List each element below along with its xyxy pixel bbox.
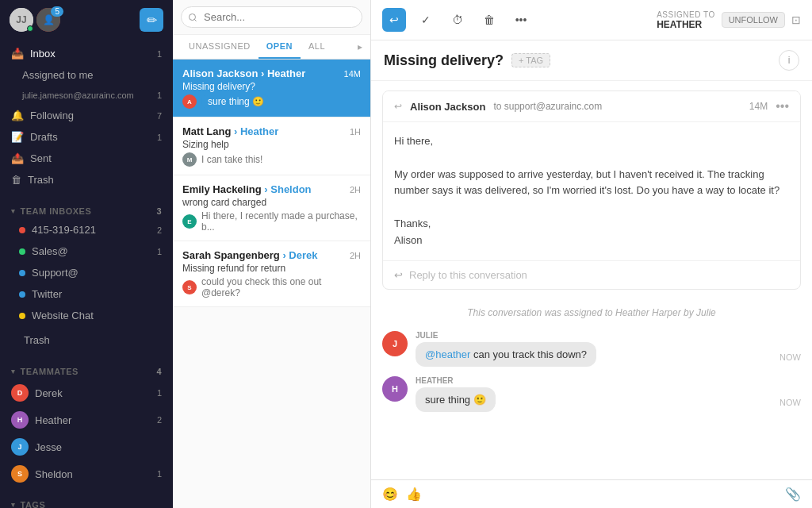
tab-unassigned[interactable]: UNASSIGNED (181, 35, 259, 59)
sidebar-item-teammate-jesse[interactable]: J Jesse (0, 433, 173, 460)
chat-message-1: H HEATHER sure thing 🙂 NOW (371, 371, 812, 417)
main-header: ↩ ✓ ⏱ 🗑 ••• ASSIGNED TO HEATHER UNFOLLOW… (371, 0, 812, 40)
conv-from-2: Emily Hackeling › Sheldon (182, 183, 312, 195)
compose-button[interactable]: ✏ (140, 8, 163, 32)
sidebar-header: JJ 👤 5 ✏ (0, 0, 173, 40)
teammate-avatar-Derek: D (11, 384, 29, 402)
trash-icon: 🗑 (11, 174, 21, 186)
conv-preview-0: A sure thing 🙂 (182, 94, 361, 109)
search-input[interactable] (181, 6, 362, 28)
teammates-title[interactable]: ▾ TEAMMATES 4 (0, 360, 173, 379)
emoji-button[interactable]: 😊 (382, 487, 398, 502)
msg-avatar-1: H (382, 376, 408, 402)
more-header-button[interactable]: ••• (509, 8, 533, 32)
tab-arrow[interactable]: ▸ (358, 41, 362, 52)
conv-item-1[interactable]: Matt Lang › Heather 1H Sizing help M I c… (173, 117, 370, 175)
msg-time-0: NOW (779, 352, 801, 367)
team-trash-section: Trash (0, 326, 173, 354)
msg-content-1: HEATHER sure thing 🙂 (416, 376, 772, 412)
sidebar-item-team-twitter[interactable]: Twitter (0, 283, 173, 305)
conv-item-0[interactable]: Alison Jackson › Heather 14M Missing del… (173, 60, 370, 117)
assigned-to: ASSIGNED TO HEATHER UNFOLLOW ⊡ (657, 10, 801, 30)
conv-preview-text-1: I can take this! (201, 154, 262, 165)
conv-preview-3: S could you check this one out @derek? (182, 276, 361, 298)
info-icon[interactable]: i (779, 50, 799, 71)
teammate-avatar-Heather: H (11, 411, 29, 429)
conv-subject-3: Missing refund for return (182, 263, 361, 274)
user-avatar-wrapper: JJ (10, 8, 33, 32)
sidebar-item-team-support[interactable]: Support@ (0, 262, 173, 283)
back-button[interactable]: ↩ (382, 8, 406, 32)
email-reply-bar[interactable]: ↩ Reply to this conversation (383, 260, 800, 289)
sidebar-item-assigned[interactable]: Assigned to me (0, 64, 173, 86)
messages-area: ↩ Alison Jackson to support@azurainc.com… (371, 81, 812, 479)
conv-from-0: Alison Jackson › Heather (182, 67, 305, 79)
header-actions: ↩ ✓ ⏱ 🗑 ••• (382, 8, 533, 32)
sidebar: JJ 👤 5 ✏ 📥 Inbox 1 Assigned to me julie.… (0, 0, 173, 508)
conv-item-2[interactable]: Emily Hackeling › Sheldon 2H wrong card … (173, 175, 370, 241)
drafts-icon: 📝 (11, 131, 24, 143)
reply-icon-small: ↩ (394, 101, 402, 112)
system-message: This conversation was assigned to Heathe… (371, 299, 812, 326)
teammate-avatar-Jesse: J (11, 438, 29, 456)
main-nav: 📥 Inbox 1 Assigned to me julie.jameson@a… (0, 40, 173, 194)
conv-item-3[interactable]: Sarah Spangenberg › Derek 2H Missing ref… (173, 241, 370, 307)
chat-messages: J JULIE @heather can you track this down… (371, 326, 812, 417)
avatar-group: JJ 👤 5 (10, 8, 60, 32)
team-dot-415-319-6121 (19, 227, 25, 233)
sidebar-item-email[interactable]: julie.jameson@azurainc.com 1 (0, 86, 173, 105)
sidebar-item-team-trash[interactable]: Trash (0, 329, 173, 351)
sidebar-item-following[interactable]: 🔔 Following 7 (0, 105, 173, 126)
add-tag-button[interactable]: + TAG (511, 53, 550, 67)
conv-preview-bubble-0: sure thing 🙂 (201, 94, 270, 109)
trash-header-button[interactable]: 🗑 (477, 8, 501, 32)
tags-title[interactable]: ▾ TAGS (0, 494, 173, 508)
conv-subject-0: Missing delivery? (182, 81, 361, 92)
main-panel: ↩ ✓ ⏱ 🗑 ••• ASSIGNED TO HEATHER UNFOLLOW… (371, 0, 812, 508)
chevron-icon-3: ▾ (11, 501, 16, 508)
sidebar-item-teammate-heather[interactable]: H Heather 2 (0, 406, 173, 433)
sidebar-item-team-4153196121[interactable]: 415-319-6121 2 (0, 219, 173, 241)
msg-time-1: NOW (779, 398, 801, 412)
conv-title: Missing delivery? (384, 52, 504, 69)
check-button[interactable]: ✓ (414, 8, 438, 32)
sidebar-item-team-websitechat[interactable]: Website Chat (0, 305, 173, 326)
conv-time-3: 2H (350, 251, 361, 260)
conv-preview-2: E Hi there, I recently made a purchase, … (182, 210, 361, 233)
mention: @heather (425, 348, 470, 360)
following-icon: 🔔 (11, 110, 24, 121)
conv-preview-text-3: could you check this one out @derek? (201, 276, 361, 298)
email-from: Alison Jackson (410, 101, 485, 113)
sidebar-item-team-sales[interactable]: Sales@ 1 (0, 241, 173, 262)
tab-open[interactable]: OPEN (259, 35, 301, 59)
attachment-button[interactable]: 📎 (785, 487, 801, 502)
conv-time-1: 1H (350, 127, 361, 137)
conv-time-0: 14M (344, 69, 361, 79)
expand-button[interactable]: ⊡ (791, 13, 801, 26)
msg-sender-0: JULIE (416, 331, 772, 340)
conv-subject-2: wrong card charged (182, 197, 361, 208)
team-inboxes-title[interactable]: ▾ TEAM INBOXES 3 (0, 200, 173, 219)
status-dot (27, 25, 33, 32)
clock-button[interactable]: ⏱ (446, 8, 469, 32)
sent-icon: 📤 (11, 152, 24, 164)
chevron-icon-2: ▾ (11, 368, 16, 375)
chevron-icon: ▾ (11, 207, 16, 215)
email-more-button[interactable]: ••• (776, 99, 789, 114)
tabs: UNASSIGNED OPEN ALL ▸ (173, 35, 370, 60)
notification-avatar-wrapper: 👤 5 (36, 8, 60, 32)
unfollow-button[interactable]: UNFOLLOW (722, 12, 785, 28)
teammate-list: D Derek 1H Heather 2J Jesse S Sheldon 1 (0, 379, 173, 487)
sidebar-item-inbox[interactable]: 📥 Inbox 1 (0, 43, 173, 64)
tab-all[interactable]: ALL (301, 35, 333, 59)
sidebar-item-drafts[interactable]: 📝 Drafts 1 (0, 126, 173, 148)
sidebar-item-teammate-sheldon[interactable]: S Sheldon 1 (0, 460, 173, 487)
sidebar-item-trash[interactable]: 🗑 Trash (0, 169, 173, 190)
sidebar-item-sent[interactable]: 📤 Sent (0, 148, 173, 169)
thumbs-up-button[interactable]: 👍 (406, 487, 422, 502)
msg-content-0: JULIE @heather can you track this down? (416, 331, 772, 367)
msg-sender-1: HEATHER (416, 376, 772, 385)
conv-avatar-0: A (182, 94, 197, 109)
email-to: to support@azurainc.com (493, 101, 602, 112)
sidebar-item-teammate-derek[interactable]: D Derek 1 (0, 379, 173, 406)
